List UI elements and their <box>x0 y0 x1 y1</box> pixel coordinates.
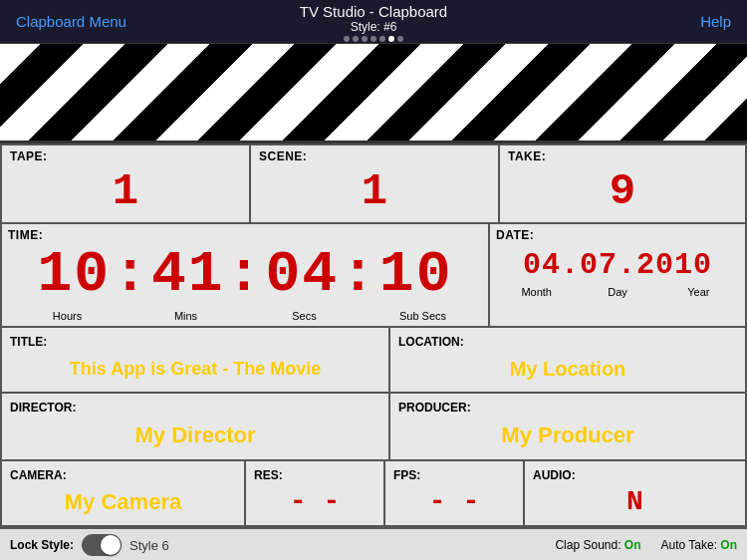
date-month: 04 <box>523 250 561 280</box>
hours-label: Hours <box>8 310 126 322</box>
dot-6 <box>388 36 394 42</box>
subsecs-label: Sub Secs <box>364 310 482 322</box>
lock-style-name: Style 6 <box>129 538 169 553</box>
tape-label: TAPE: <box>10 149 241 163</box>
dot-1 <box>344 36 350 42</box>
dot-4 <box>371 36 376 42</box>
date-day: 07 <box>580 250 618 280</box>
time-subsecs: 10 <box>379 246 453 304</box>
audio-value[interactable]: N <box>533 483 737 521</box>
day-label: Day <box>577 286 657 298</box>
secs-label: Secs <box>245 310 364 322</box>
status-bar: Clapboard Menu TV Studio - Clapboard Sty… <box>0 0 747 44</box>
location-label: LOCATION: <box>398 335 464 349</box>
lock-middle: Clap Sound: On Auto Take: On <box>555 538 737 552</box>
producer-value[interactable]: My Producer <box>398 416 737 455</box>
date-sep1: . <box>561 250 580 280</box>
tape-cell: TAPE: 1 <box>2 145 251 222</box>
row-director-producer: DIRECTOR: My Director PRODUCER: My Produ… <box>2 394 745 461</box>
clapboard: TAPE: 1 SCENE: 1 TAKE: 9 TIME: 10 : 41 <box>0 44 747 560</box>
dot-2 <box>353 36 359 42</box>
time-sep2: : <box>227 246 264 304</box>
scene-cell: SCENE: 1 <box>251 145 500 222</box>
clapboard-stripes <box>0 44 747 143</box>
location-cell: LOCATION: My Location <box>390 328 745 392</box>
take-cell: TAKE: 9 <box>500 145 745 222</box>
auto-take-label: Auto Take: On <box>661 538 738 552</box>
style-number: Style: #6 <box>351 20 397 34</box>
dot-3 <box>362 36 368 42</box>
date-display[interactable]: 04 . 07 . 2010 <box>496 242 739 284</box>
audio-cell: AUDIO: N <box>525 461 745 525</box>
time-hours: 10 <box>38 246 112 304</box>
date-cell: DATE: 04 . 07 . 2010 Month Day Year <box>490 224 745 326</box>
time-display[interactable]: 10 : 41 : 04 : 10 <box>8 242 482 308</box>
style-dots <box>344 36 403 42</box>
scene-label: SCENE: <box>259 149 490 163</box>
audio-label: AUDIO: <box>533 468 576 482</box>
scene-value[interactable]: 1 <box>259 163 490 218</box>
title-label: TITLE: <box>10 335 47 349</box>
fps-cell: FPS: - - <box>385 461 525 525</box>
row-time-date: TIME: 10 : 41 : 04 : 10 Hours Mins Secs … <box>2 224 745 328</box>
board: TAPE: 1 SCENE: 1 TAKE: 9 TIME: 10 : 41 <box>0 143 747 527</box>
time-sep1: : <box>113 246 149 304</box>
producer-cell: PRODUCER: My Producer <box>390 394 745 459</box>
director-value[interactable]: My Director <box>10 416 380 455</box>
time-labels: Hours Mins Secs Sub Secs <box>8 310 482 322</box>
date-label: DATE: <box>496 228 739 242</box>
location-value[interactable]: My Location <box>398 350 737 388</box>
app-title: TV Studio - Clapboard <box>300 3 447 20</box>
res-cell: RES: - - <box>246 461 385 525</box>
time-label: TIME: <box>8 228 482 242</box>
tape-value[interactable]: 1 <box>10 163 241 218</box>
month-label: Month <box>496 286 577 298</box>
lock-row: Lock Style: Style 6 Clap Sound: On Auto … <box>0 527 747 560</box>
lock-style-label: Lock Style: <box>10 538 74 552</box>
lock-toggle[interactable] <box>82 534 122 556</box>
lock-left: Lock Style: Style 6 <box>10 534 169 556</box>
time-cell: TIME: 10 : 41 : 04 : 10 Hours Mins Secs … <box>2 224 490 326</box>
camera-label: CAMERA: <box>10 468 67 482</box>
take-label: TAKE: <box>508 149 737 163</box>
res-label: RES: <box>254 468 283 482</box>
dot-7 <box>397 36 403 42</box>
take-value[interactable]: 9 <box>508 163 737 218</box>
res-value[interactable]: - - <box>254 483 375 521</box>
date-sep2: . <box>618 250 636 280</box>
fps-value[interactable]: - - <box>393 483 515 521</box>
clapboard-menu-button[interactable]: Clapboard Menu <box>16 13 126 30</box>
row-camera-res-fps-audio: CAMERA: My Camera RES: - - FPS: - - AUDI… <box>2 461 745 525</box>
dot-5 <box>379 36 385 42</box>
year-label: Year <box>658 286 739 298</box>
help-button[interactable]: Help <box>700 13 731 30</box>
director-label: DIRECTOR: <box>10 401 76 415</box>
row-title-location: TITLE: This App is Great - The Movie LOC… <box>2 328 745 394</box>
time-mins: 41 <box>151 246 225 304</box>
camera-cell: CAMERA: My Camera <box>2 461 246 525</box>
clap-sound-label: Clap Sound: On <box>555 538 640 552</box>
row-tape-scene-take: TAPE: 1 SCENE: 1 TAKE: 9 <box>2 145 745 224</box>
fps-label: FPS: <box>393 468 420 482</box>
title-value[interactable]: This App is Great - The Movie <box>10 350 380 388</box>
date-year: 2010 <box>636 250 712 280</box>
time-sep3: : <box>341 246 377 304</box>
camera-value[interactable]: My Camera <box>10 483 236 521</box>
director-cell: DIRECTOR: My Director <box>2 394 390 459</box>
title-cell: TITLE: This App is Great - The Movie <box>2 328 390 392</box>
time-secs: 04 <box>265 246 339 304</box>
date-labels: Month Day Year <box>496 286 739 298</box>
producer-label: PRODUCER: <box>398 401 471 415</box>
toggle-knob <box>101 535 121 555</box>
mins-label: Mins <box>126 310 245 322</box>
